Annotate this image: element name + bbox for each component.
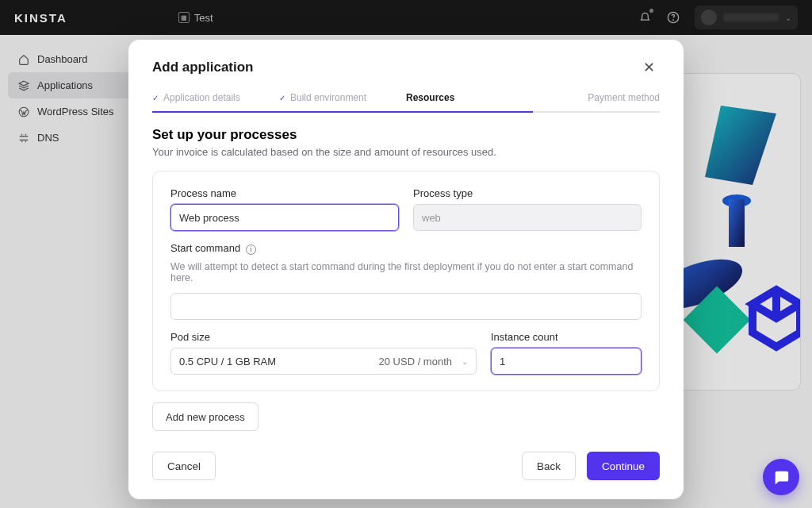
stepper: ✓ Application details ✓ Build environmen… [152, 92, 660, 113]
start-command-label: Start command i [170, 242, 642, 255]
section-subtitle: Your invoice is calculated based on the … [152, 146, 660, 158]
process-type-label: Process type [413, 187, 642, 199]
info-icon[interactable]: i [246, 244, 256, 255]
cancel-button[interactable]: Cancel [152, 452, 216, 480]
pod-size-price: 20 USD / month [379, 356, 453, 368]
process-name-input[interactable] [170, 204, 399, 231]
check-icon: ✓ [152, 94, 159, 102]
chat-icon [772, 468, 790, 486]
chat-fab[interactable] [763, 459, 799, 495]
step-label: Payment method [588, 92, 660, 103]
step-label: Resources [406, 92, 454, 103]
step-label: Build environment [290, 92, 366, 103]
process-card: Process name Process type Start command … [152, 171, 660, 391]
step-application-details[interactable]: ✓ Application details [152, 92, 279, 111]
process-type-input [413, 204, 642, 231]
instance-count-input[interactable] [491, 348, 642, 375]
continue-button[interactable]: Continue [587, 452, 660, 480]
chevron-down-icon: ⌄ [462, 357, 468, 366]
start-command-help: We will attempt to detect a start comman… [170, 261, 642, 283]
process-name-label: Process name [170, 187, 399, 199]
close-icon[interactable]: ✕ [638, 57, 660, 78]
add-process-button[interactable]: Add new process [152, 402, 259, 431]
check-icon: ✓ [279, 94, 285, 102]
step-build-environment[interactable]: ✓ Build environment [279, 92, 406, 111]
section-title: Set up your processes [152, 127, 660, 143]
step-resources[interactable]: Resources [406, 92, 533, 111]
back-button[interactable]: Back [522, 452, 576, 480]
pod-size-value: 0.5 CPU / 1 GB RAM [179, 356, 276, 368]
modal-title: Add application [152, 60, 254, 75]
pod-size-select[interactable]: 0.5 CPU / 1 GB RAM 20 USD / month ⌄ [170, 348, 477, 375]
start-command-input[interactable] [170, 293, 642, 320]
step-payment-method[interactable]: Payment method [533, 92, 660, 111]
pod-size-label: Pod size [170, 331, 477, 343]
add-application-modal: Add application ✕ ✓ Application details … [128, 40, 684, 499]
step-label: Application details [163, 92, 240, 103]
instance-count-label: Instance count [491, 331, 642, 343]
